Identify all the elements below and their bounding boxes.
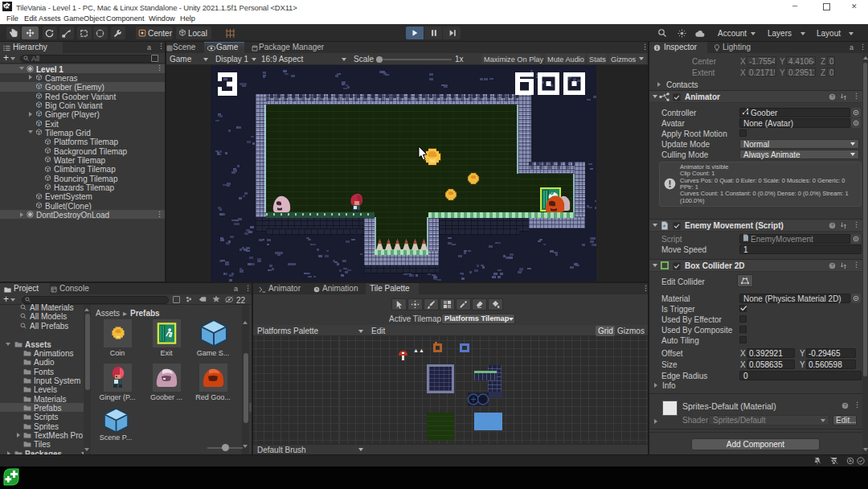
svg-text:?: ?: [831, 263, 833, 268]
svg-text:?: ?: [831, 94, 833, 99]
svg-text:?: ?: [831, 223, 833, 228]
svg-text:?: ?: [844, 403, 846, 408]
